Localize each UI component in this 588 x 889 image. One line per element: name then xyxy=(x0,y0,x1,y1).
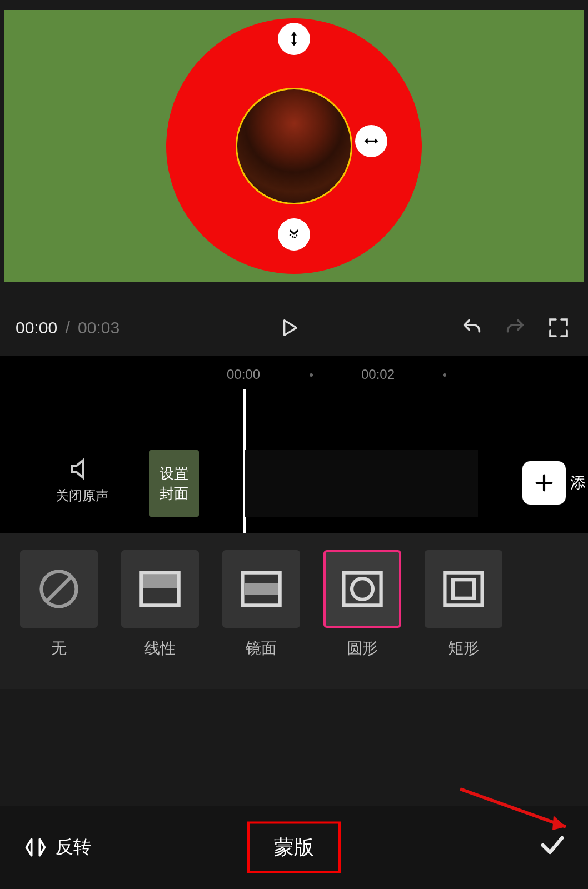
mask-option-rect[interactable]: 矩形 xyxy=(425,550,502,659)
chevron-double-down-icon xyxy=(286,226,302,243)
mask-option-label: 线性 xyxy=(121,638,199,659)
mirror-flip-icon xyxy=(23,835,48,860)
duration-time: 00:03 xyxy=(78,318,119,337)
svg-marker-11 xyxy=(552,816,566,830)
mask-option-label: 无 xyxy=(20,638,98,659)
svg-rect-3 xyxy=(143,575,177,588)
mask-option-linear[interactable]: 线性 xyxy=(121,550,199,659)
feather-handle[interactable] xyxy=(278,218,310,251)
video-preview[interactable] xyxy=(4,10,584,282)
linear-mask-icon xyxy=(137,566,183,612)
redo-icon xyxy=(504,317,526,339)
timeline-ruler: 00:00 00:02 xyxy=(0,367,588,389)
mask-option-label: 镜面 xyxy=(222,638,300,659)
mask-options-strip[interactable]: 无 线性 镜面 圆形 xyxy=(0,533,588,689)
mirror-mask-icon xyxy=(238,566,285,612)
ruler-tick xyxy=(443,373,446,377)
mask-window xyxy=(236,88,352,204)
svg-rect-8 xyxy=(445,573,482,606)
fullscreen-button[interactable] xyxy=(545,314,572,342)
add-label: 添 xyxy=(570,472,586,493)
bottom-bar: 反转 蒙版 xyxy=(0,806,588,889)
rect-mask-icon xyxy=(440,566,487,612)
plus-icon xyxy=(533,472,555,494)
time-separator: / xyxy=(62,318,73,337)
mask-overlay[interactable] xyxy=(166,18,422,274)
panel-title: 蒙版 xyxy=(247,822,341,873)
timeline[interactable]: 00:00 00:02 关闭原声 设置 封面 添 xyxy=(0,356,588,533)
undo-icon xyxy=(461,317,483,339)
mask-option-label: 矩形 xyxy=(425,638,502,659)
circle-mask-icon xyxy=(339,566,386,612)
playback-bar: 00:00 / 00:03 xyxy=(0,300,588,356)
check-icon xyxy=(538,831,567,860)
invert-label: 反转 xyxy=(56,835,91,860)
ruler-label: 00:02 xyxy=(361,367,395,382)
add-clip-button[interactable]: 添 xyxy=(522,461,586,505)
arrow-left-right-icon xyxy=(363,133,380,149)
svg-line-1 xyxy=(46,576,72,602)
ruler-label: 00:00 xyxy=(227,367,260,382)
mask-option-label: 圆形 xyxy=(323,638,401,659)
mute-original-audio-button[interactable]: 关闭原声 xyxy=(56,456,109,505)
resize-horizontal-handle[interactable] xyxy=(355,125,387,157)
play-button[interactable] xyxy=(275,314,303,342)
none-icon xyxy=(36,566,82,612)
undo-button[interactable] xyxy=(458,314,486,342)
arrow-up-down-icon xyxy=(286,31,302,47)
mask-option-none[interactable]: 无 xyxy=(20,550,98,659)
confirm-button[interactable] xyxy=(538,831,567,864)
mask-option-circle[interactable]: 圆形 xyxy=(323,550,401,659)
ruler-tick xyxy=(310,373,313,377)
resize-vertical-handle[interactable] xyxy=(278,23,310,55)
mask-option-mirror[interactable]: 镜面 xyxy=(222,550,300,659)
redo-button xyxy=(501,314,529,342)
mute-label: 关闭原声 xyxy=(56,488,109,503)
play-icon xyxy=(278,317,300,339)
svg-rect-9 xyxy=(453,580,474,598)
add-clip-box xyxy=(522,461,566,505)
svg-line-10 xyxy=(460,789,566,827)
svg-point-7 xyxy=(352,578,373,600)
fullscreen-icon xyxy=(547,317,570,339)
speaker-icon xyxy=(69,456,96,482)
cover-label: 设置 封面 xyxy=(160,463,188,504)
time-display: 00:00 / 00:03 xyxy=(16,318,119,337)
svg-rect-5 xyxy=(245,583,278,595)
current-time: 00:00 xyxy=(16,318,57,337)
set-cover-button[interactable]: 设置 封面 xyxy=(149,450,199,517)
video-clip[interactable] xyxy=(245,450,478,517)
invert-mask-button[interactable]: 反转 xyxy=(0,835,91,860)
